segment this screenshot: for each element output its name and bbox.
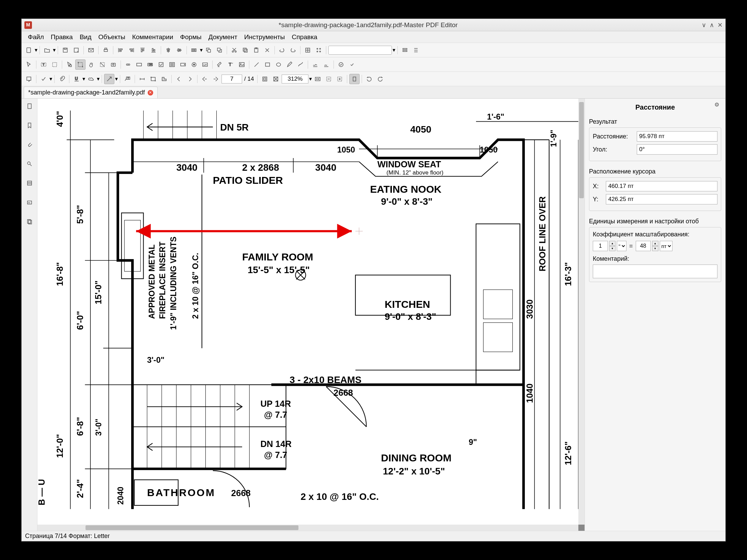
menu-edit[interactable]: Правка	[47, 32, 76, 42]
cloud-tool[interactable]	[86, 74, 96, 84]
redo-button[interactable]	[288, 45, 298, 55]
align-bottom-icon[interactable]	[148, 45, 159, 55]
next-view-button[interactable]	[211, 74, 221, 84]
tab-close-button[interactable]: ✕	[148, 90, 153, 96]
close-button[interactable]: ✕	[717, 21, 723, 29]
menu-help[interactable]: Справка	[288, 32, 321, 42]
list-button[interactable]	[411, 45, 421, 55]
delete-button[interactable]	[262, 45, 272, 55]
rotate-cw-button[interactable]	[375, 74, 385, 84]
distribute-h-icon[interactable]	[189, 45, 199, 55]
zoom-in-button[interactable]	[335, 74, 345, 84]
menu-comments[interactable]: Комментарии	[129, 32, 177, 42]
layers-tab[interactable]	[25, 178, 34, 188]
bookmarks-tab[interactable]	[25, 121, 34, 130]
grid-button[interactable]	[303, 45, 313, 55]
angle-value[interactable]	[637, 144, 717, 155]
note-tool[interactable]	[24, 74, 34, 84]
canvas-area[interactable]: .wall { stroke:#000; stroke-width:7; fil…	[37, 99, 585, 531]
stamp-green-tool[interactable]	[336, 59, 346, 70]
menu-view[interactable]: Вид	[76, 32, 95, 42]
pencil-tool[interactable]	[284, 59, 295, 70]
scale-from-input[interactable]	[593, 241, 608, 251]
prev-view-button[interactable]	[200, 74, 210, 84]
cut-button[interactable]	[229, 45, 239, 55]
align-right-icon[interactable]	[126, 45, 137, 55]
attachments-tab[interactable]	[25, 140, 34, 149]
zoom-input[interactable]	[282, 75, 308, 83]
print-button[interactable]	[101, 45, 111, 55]
prev-page-button[interactable]	[174, 74, 184, 84]
attach-tool[interactable]	[57, 74, 67, 84]
bring-front-icon[interactable]	[203, 45, 214, 55]
maximize-button[interactable]: ∧	[710, 21, 714, 29]
stamp-red-tool[interactable]	[347, 59, 357, 70]
actual-size-button[interactable]	[260, 74, 270, 84]
line-tool[interactable]	[251, 59, 262, 70]
zoom-out-button[interactable]	[324, 74, 334, 84]
search-tab[interactable]	[25, 159, 34, 169]
hand-tool[interactable]	[86, 59, 97, 70]
ruler-distance-tool[interactable]	[137, 74, 147, 84]
ruler-area-tool[interactable]	[159, 74, 169, 84]
send-back-icon[interactable]	[214, 45, 225, 55]
scale-to-unit[interactable]: пт	[660, 241, 672, 251]
align-left-icon[interactable]	[115, 45, 126, 55]
text-edit-tool[interactable]: T	[38, 59, 49, 70]
align-center-h-icon[interactable]	[163, 45, 173, 55]
ruler-perimeter-tool[interactable]	[148, 74, 158, 84]
button-tool[interactable]: OK	[145, 59, 155, 70]
select-area-tool[interactable]	[75, 59, 86, 70]
copy-button[interactable]	[240, 45, 250, 55]
next-page-button[interactable]	[185, 74, 195, 84]
text-field-tool[interactable]	[134, 59, 144, 70]
menu-forms[interactable]: Формы	[177, 32, 205, 42]
save-as-button[interactable]	[71, 45, 81, 55]
menu-tools[interactable]: Инструменты	[241, 32, 288, 42]
pages-copy-tab[interactable]	[25, 217, 34, 226]
spin-up-2[interactable]: ▲	[652, 241, 658, 246]
curve-tool[interactable]	[295, 59, 306, 70]
object-edit-tool[interactable]	[49, 59, 60, 70]
init-tool[interactable]	[321, 59, 331, 70]
spin-up[interactable]: ▲	[609, 241, 615, 246]
single-page-button[interactable]	[349, 74, 360, 84]
scale-from-unit[interactable]: "	[617, 241, 626, 251]
sign-tool[interactable]	[310, 59, 320, 70]
panel-settings-icon[interactable]: ⚙	[714, 101, 719, 108]
scale-to-input[interactable]	[636, 241, 651, 251]
save-button[interactable]	[60, 45, 70, 55]
combo-tool[interactable]	[178, 59, 188, 70]
rect-tool[interactable]	[262, 59, 273, 70]
menu-document[interactable]: Документ	[205, 32, 241, 42]
vertical-scrollbar[interactable]	[578, 99, 585, 525]
ellipse-tool[interactable]	[273, 59, 284, 70]
page-number-input[interactable]	[222, 75, 242, 83]
search-input[interactable]	[328, 46, 392, 55]
align-center-v-icon[interactable]	[174, 45, 184, 55]
text-tool[interactable]: T	[226, 59, 236, 70]
check-tool[interactable]	[38, 74, 49, 84]
image-tool[interactable]	[237, 59, 247, 70]
rotate-ccw-button[interactable]	[364, 74, 374, 84]
menu-file[interactable]: Файл	[24, 32, 47, 42]
align-top-icon[interactable]	[137, 45, 148, 55]
y-value[interactable]	[606, 194, 717, 204]
paste-button[interactable]	[251, 45, 261, 55]
form-edit-tool[interactable]	[64, 59, 75, 70]
thumbnails-tab[interactable]	[25, 101, 34, 111]
properties-button[interactable]	[400, 45, 410, 55]
new-doc-button[interactable]	[24, 45, 34, 55]
x-value[interactable]	[606, 181, 717, 191]
spin-down-2[interactable]: ▼	[652, 246, 658, 251]
snapshot-tool[interactable]	[108, 59, 118, 70]
list-field-tool[interactable]	[167, 59, 177, 70]
arrow-tool[interactable]	[104, 74, 114, 84]
open-button[interactable]	[42, 45, 52, 55]
signature-field-tool[interactable]	[200, 59, 210, 70]
fit-page-button[interactable]	[271, 74, 281, 84]
horizontal-scrollbar[interactable]	[37, 525, 578, 531]
callout-tool[interactable]: T	[122, 74, 133, 84]
highlight-tool[interactable]	[215, 59, 225, 70]
signatures-tab[interactable]	[25, 198, 34, 207]
